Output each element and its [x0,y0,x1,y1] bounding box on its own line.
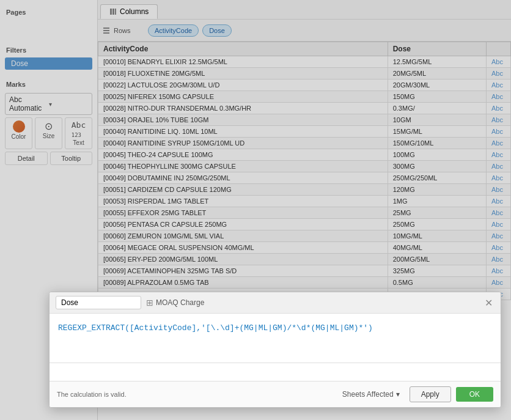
modal-header: ⊞ MOAQ Charge ✕ [50,292,501,314]
calculation-modal: ⊞ MOAQ Charge ✕ REGEXP_EXTRACT([Activity… [49,292,501,408]
sheets-affected-button[interactable]: Sheets Affected ▾ [337,388,405,401]
calculation-name-input[interactable] [56,296,141,309]
sheets-affected-label: Sheets Affected [342,390,394,399]
modal-footer: The calculation is valid. Sheets Affecte… [50,381,501,407]
modal-overlay: ⊞ MOAQ Charge ✕ REGEXP_EXTRACT([Activity… [0,0,511,420]
modal-subtitle: ⊞ MOAQ Charge [146,298,204,308]
validation-message: The calculation is valid. [57,391,333,398]
formula-text: REGEXP_EXTRACT([ActivityCode],'[\.\d]+(M… [58,323,373,333]
ok-button[interactable]: OK [456,387,493,402]
modal-subtitle-text: MOAQ Charge [156,298,204,307]
modal-body[interactable]: REGEXP_EXTRACT([ActivityCode],'[\.\d]+(M… [50,314,501,363]
sheets-affected-chevron-icon: ▾ [396,390,400,399]
apply-button[interactable]: Apply [410,386,451,402]
modal-close-button[interactable]: ✕ [482,297,494,309]
moaq-icon: ⊞ [146,298,153,308]
